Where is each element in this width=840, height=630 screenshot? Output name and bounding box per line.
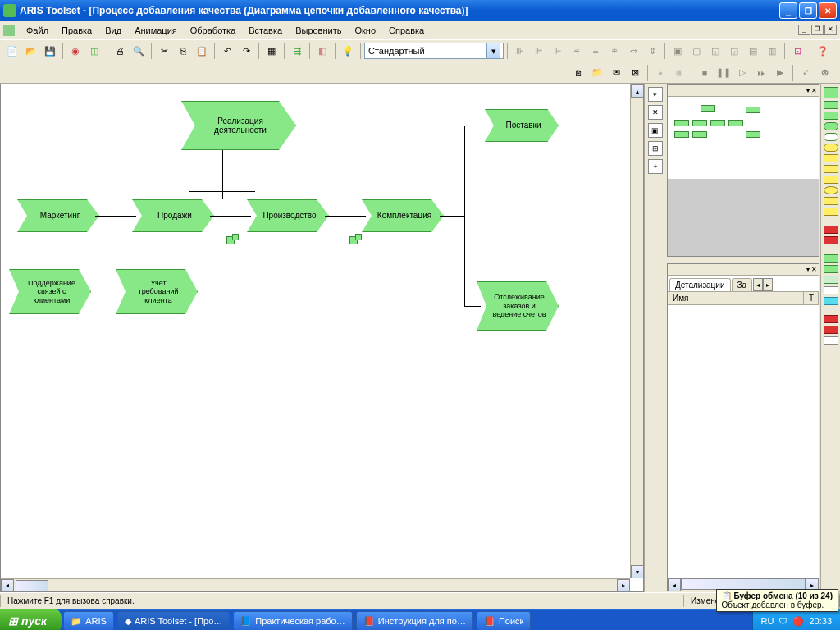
menu-animation[interactable]: Анимация [128, 24, 184, 37]
palette-shape-icon[interactable] [824, 315, 838, 323]
task-item-aris-folder[interactable]: 📁 ARIS [63, 611, 114, 630]
zoom-icon[interactable]: ⊡ [788, 42, 806, 60]
side-tool1-icon[interactable]: ▣ [648, 123, 663, 138]
scroll-thumb[interactable] [681, 578, 806, 590]
print-icon[interactable]: 🖨 [111, 42, 129, 60]
align-bottom-icon[interactable]: ⫩ [605, 42, 623, 60]
scroll-right-icon[interactable]: ▸ [617, 579, 630, 592]
horizontal-scrollbar[interactable]: ◂ ▸ [1, 578, 630, 591]
menu-help[interactable]: Справка [382, 24, 431, 37]
props-icon[interactable]: ▦ [262, 42, 281, 60]
palette-shape-icon[interactable] [824, 197, 838, 205]
maximize-button[interactable]: ❐ [799, 2, 817, 19]
close2-icon[interactable]: ⊠ [626, 64, 644, 82]
lang-indicator[interactable]: RU [761, 616, 774, 626]
submodel-icon[interactable] [349, 236, 358, 244]
palette-shape-icon[interactable] [824, 208, 838, 216]
tab-detail[interactable]: Детализации [669, 278, 731, 291]
minimap[interactable] [668, 97, 819, 179]
node-tracking[interactable]: Отслеживание заказов и ведение счетов [477, 281, 559, 331]
align-center-icon[interactable]: ⊫ [530, 42, 548, 60]
node-completion[interactable]: Комплектация [362, 199, 444, 232]
help-icon[interactable]: ❓ [814, 42, 832, 60]
task-item-aris-app[interactable]: ◆ ARIS Toolset - [Про… [117, 611, 230, 630]
menu-insert[interactable]: Вставка [242, 24, 289, 37]
task-item-pdf1[interactable]: 📕 Инструкция для по… [356, 611, 473, 630]
side-close-icon[interactable]: ✕ [648, 105, 663, 120]
align-top-icon[interactable]: ⫧ [568, 42, 586, 60]
mdi-restore-button[interactable]: ❐ [811, 25, 824, 35]
bulb-icon[interactable]: 💡 [339, 42, 357, 60]
palette-shape-icon[interactable] [824, 186, 838, 194]
paste-icon[interactable]: 📋 [193, 42, 211, 60]
side-expand-icon[interactable]: + [648, 159, 663, 174]
panel-close-icon[interactable]: ✕ [811, 87, 817, 94]
palette-shape-icon[interactable] [824, 226, 838, 234]
col-name[interactable]: Имя [668, 292, 804, 304]
scroll-thumb[interactable] [16, 580, 48, 591]
stop-icon[interactable]: ■ [696, 64, 714, 82]
palette-shape-icon[interactable] [824, 112, 838, 120]
panel-close-icon[interactable]: ✕ [811, 266, 817, 273]
palette-shape-icon[interactable] [824, 276, 838, 284]
menu-file[interactable]: Файл [20, 24, 55, 37]
layout1-icon[interactable]: ▤ [744, 42, 762, 60]
start-button[interactable]: ⊞пуск [0, 609, 62, 630]
palette-shape-icon[interactable] [824, 254, 838, 262]
panel-pin-icon[interactable]: ▾ [806, 266, 810, 273]
menu-processing[interactable]: Обработка [184, 24, 242, 37]
align-left-icon[interactable]: ⊪ [511, 42, 529, 60]
align-middle-icon[interactable]: ⫨ [587, 42, 605, 60]
palette-shape-icon[interactable] [824, 236, 838, 244]
menu-edit[interactable]: Правка [55, 24, 98, 37]
node-realization[interactable]: Реализация деятельности [181, 101, 296, 150]
palette-shape-icon[interactable] [824, 297, 838, 305]
palette-shape-icon[interactable] [824, 165, 838, 173]
align-right-icon[interactable]: ⊩ [549, 42, 567, 60]
node-production[interactable]: Производство [247, 199, 329, 232]
task-item-word[interactable]: 📘 Практическая рабо… [233, 611, 352, 630]
side-tool2-icon[interactable]: ⊞ [648, 141, 663, 156]
distribute-v-icon[interactable]: ⇕ [643, 42, 661, 60]
mdi-minimize-button[interactable]: _ [798, 25, 810, 35]
palette-shape-icon[interactable] [824, 336, 838, 345]
mail-icon[interactable]: ✉ [607, 64, 625, 82]
node-requirements[interactable]: Учет требований клиента [116, 269, 198, 314]
tray-icon[interactable]: 🔴 [792, 616, 804, 627]
palette-shape-icon[interactable] [824, 144, 838, 152]
diagram-canvas[interactable]: Реализация деятельности Маркетинг Продаж… [0, 84, 644, 592]
panel-pin-icon[interactable]: ▾ [806, 87, 810, 94]
palette-shape-icon[interactable] [824, 286, 838, 294]
scroll-left-icon[interactable]: ◂ [1, 579, 14, 592]
side-pin-icon[interactable]: ▾ [648, 87, 663, 102]
menu-view[interactable]: Вид [98, 24, 128, 37]
model-icon[interactable]: ◧ [313, 42, 331, 60]
clock[interactable]: 20:33 [809, 616, 832, 626]
doc2-icon[interactable]: 📁 [588, 64, 606, 82]
doc1-icon[interactable]: 🗎 [569, 64, 587, 82]
step-icon[interactable]: ⏭ [752, 64, 770, 82]
col-type[interactable]: Т [804, 292, 819, 304]
cut-icon[interactable]: ✂ [155, 42, 173, 60]
front-icon[interactable]: ◱ [706, 42, 724, 60]
submodel-icon[interactable] [226, 236, 235, 244]
scroll-up-icon[interactable]: ▴ [631, 84, 644, 98]
tab-prev-icon[interactable]: ◂ [753, 278, 763, 291]
node-marketing[interactable]: Маркетинг [17, 199, 99, 232]
palette-shape-icon[interactable] [824, 101, 838, 109]
menu-align[interactable]: Выровнить [289, 24, 348, 37]
palette-shape-icon[interactable] [824, 154, 838, 162]
palette-shape-icon[interactable] [824, 87, 838, 98]
pause-icon[interactable]: ❚❚ [714, 64, 733, 82]
play-icon[interactable]: ▷ [733, 64, 751, 82]
close-button[interactable]: ✕ [819, 2, 837, 19]
task-item-pdf2[interactable]: 📕 Поиск [477, 611, 531, 630]
mdi-close-button[interactable]: ✕ [824, 25, 837, 35]
hierarchy-icon[interactable]: ⇶ [288, 42, 306, 60]
back-icon[interactable]: ◲ [725, 42, 743, 60]
scroll-left-icon[interactable]: ◂ [668, 578, 681, 591]
tray-icon[interactable]: 🛡 [778, 616, 788, 626]
run-icon[interactable]: ▶ [771, 64, 789, 82]
save-icon[interactable]: 💾 [41, 42, 59, 60]
tab-next-icon[interactable]: ▸ [763, 278, 773, 291]
